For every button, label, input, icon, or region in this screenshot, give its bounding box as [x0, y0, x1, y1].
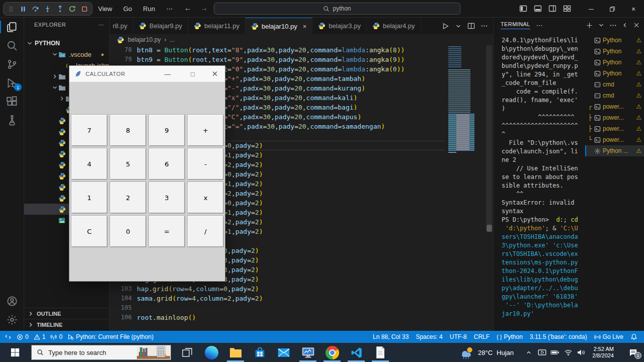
code-line-105[interactable]: 105 [110, 303, 445, 313]
menu-item-run[interactable]: Run [138, 4, 159, 14]
terminal-instance-power[interactable]: ├power...⚠ [585, 112, 644, 123]
step-out-icon[interactable] [55, 4, 65, 15]
calc-button-5[interactable]: 5 [110, 148, 146, 180]
status-text-r0[interactable]: Ln 88, Col 33 [370, 331, 411, 343]
tray-battery-icon[interactable] [550, 349, 559, 356]
terminal-instance-Python[interactable]: Python⚠ [585, 57, 644, 68]
calculator-title-bar[interactable]: CALCULATOR — □ ✕ [69, 66, 225, 82]
tab-belajar4.py[interactable]: belajar4.py [367, 18, 421, 34]
minimize-icon[interactable] [581, 0, 602, 18]
calc-button-7[interactable]: 7 [71, 114, 108, 146]
new-terminal-icon[interactable] [586, 22, 593, 29]
terminal-more-icon[interactable]: ⋯ [536, 22, 543, 29]
menu-item-view[interactable]: View [94, 4, 117, 14]
taskbar-chrome-icon[interactable] [320, 343, 344, 362]
terminal-instance-cmd[interactable]: C:\cmd⚠ [585, 79, 644, 90]
split-editor-icon[interactable] [467, 22, 475, 30]
step-over-icon[interactable] [30, 4, 41, 15]
restart-icon[interactable] [67, 4, 77, 15]
editor-more-icon[interactable] [480, 22, 488, 30]
calc-button-divide[interactable]: / [187, 215, 224, 247]
close-icon[interactable]: × [623, 0, 644, 18]
taskbar-monitor-icon[interactable] [296, 343, 320, 362]
action-center-button[interactable]: 1 [623, 343, 644, 362]
terminal-output[interactable]: 24.0.1\pythonFiles\lib\python\debugpy\_v… [502, 36, 584, 318]
taskbar-mail-icon[interactable] [272, 343, 296, 362]
tab-belajar10.py[interactable]: belajar10.py× [246, 18, 312, 34]
status-warning[interactable]: 1 [31, 331, 48, 343]
tree-item-.vscode[interactable]: .vscode● [24, 49, 109, 60]
section-outline[interactable]: OUTLINE [24, 308, 110, 319]
calc-button-8[interactable]: 8 [110, 114, 146, 146]
status-text-r2[interactable]: UTF-8 [447, 331, 469, 343]
status-debug-status[interactable]: Python: Current File (python) [65, 331, 156, 343]
nav-forward-icon[interactable]: → [200, 4, 208, 12]
tab-r8.py[interactable]: r8.py [110, 18, 133, 34]
terminal-instance-Python[interactable]: Python⚠ [585, 46, 644, 57]
calc-maximize-icon[interactable]: □ [184, 66, 201, 82]
calc-close-icon[interactable]: ✕ [206, 66, 223, 82]
panel-close-icon[interactable] [633, 22, 640, 29]
nav-back-icon[interactable]: ← [184, 4, 192, 12]
terminal-instance-Python[interactable]: Python⚠ [585, 35, 644, 46]
minimap[interactable] [445, 45, 474, 327]
taskbar-vscode-icon[interactable] [344, 343, 368, 362]
terminal-instance-Python[interactable]: Python ...⚠ [585, 145, 644, 156]
tab-belajar11.py[interactable]: belajar11.py [188, 18, 246, 34]
taskbar-clock[interactable]: 2:52 AM 2/8/2024 [580, 343, 614, 362]
tab-Belajar9.py[interactable]: Belajar9.py [133, 18, 188, 34]
layout-bottom-icon[interactable] [534, 5, 542, 13]
stop-icon[interactable] [79, 4, 90, 15]
taskbar-store-icon[interactable] [248, 343, 272, 362]
step-into-icon[interactable] [42, 4, 53, 15]
status-ports[interactable]: 0 [48, 331, 65, 343]
terminal-instance-power[interactable]: ┌power...⚠ [585, 101, 644, 112]
terminal-instance-Python[interactable]: Python⚠ [585, 68, 644, 79]
calc-button-0[interactable]: 0 [110, 215, 146, 247]
tab-belajar3.py[interactable]: belajar3.py [312, 18, 367, 34]
tab-terminal[interactable]: TERMINAL [501, 21, 530, 29]
code-line-78[interactable]: 78btn8 = Button(root,text="8",padx=30,pa… [110, 45, 445, 55]
activity-debug-icon[interactable]: 1 [0, 73, 24, 92]
start-button[interactable] [0, 343, 30, 362]
calc-button-2[interactable]: 2 [110, 182, 146, 214]
activity-settings-icon[interactable] [0, 310, 24, 329]
sidebar-more-icon[interactable]: ⋯ [99, 22, 104, 28]
status-broadcast[interactable]: Go Live [592, 331, 626, 343]
activity-testing-icon[interactable] [0, 111, 24, 129]
status-remote[interactable] [2, 331, 14, 343]
code-line-106[interactable]: 106root.mainloop() [110, 313, 445, 322]
activity-extensions-icon[interactable] [0, 92, 24, 111]
calc-button-multiply[interactable]: x [187, 182, 224, 214]
pause-icon[interactable] [18, 4, 28, 15]
taskbar-explorer-icon[interactable] [223, 343, 248, 362]
editor-scrollbar[interactable] [486, 45, 492, 226]
activity-scm-icon[interactable] [0, 55, 24, 73]
tray-chevron-up-icon[interactable] [524, 349, 533, 355]
status-text-r1[interactable]: Spaces: 4 [413, 331, 445, 343]
layout-right-icon[interactable] [548, 5, 556, 13]
activity-search-icon[interactable] [0, 36, 24, 55]
calc-button-9[interactable]: 9 [148, 114, 185, 146]
activity-files-icon[interactable] [0, 18, 24, 36]
taskbar-edge-icon[interactable] [199, 343, 223, 362]
calc-button-minus[interactable]: - [187, 148, 224, 180]
status-text-r3[interactable]: CRLF [471, 331, 492, 343]
panel-more-icon[interactable] [609, 22, 617, 29]
status-braces[interactable]: { }Python [494, 331, 525, 343]
calc-button-1[interactable]: 1 [71, 182, 108, 214]
menu-item-more[interactable]: ⋯ [162, 4, 177, 14]
terminal-instance-power[interactable]: └power...⚠ [585, 134, 644, 145]
breadcrumb[interactable]: belajar10.py › ... [110, 34, 493, 45]
calc-button-6[interactable]: 6 [148, 148, 185, 180]
status-text-r5[interactable]: 3.11.5 ('base': conda) [527, 331, 590, 343]
section-timeline[interactable]: TIMELINE [24, 319, 110, 330]
panel-collapse-icon[interactable] [621, 22, 628, 29]
calc-minimize-icon[interactable]: — [159, 66, 176, 82]
status-bell[interactable] [628, 331, 640, 343]
tab-close-icon[interactable]: × [303, 23, 307, 30]
calc-button-C[interactable]: C [71, 215, 108, 247]
command-center-search[interactable]: python [214, 3, 460, 15]
taskbar-search-input[interactable]: Type here to search [31, 345, 171, 360]
panel-sash-grip[interactable] [487, 225, 492, 232]
